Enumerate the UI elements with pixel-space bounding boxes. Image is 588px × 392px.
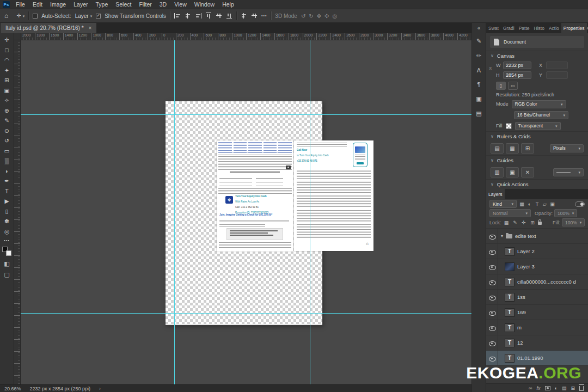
section-canvas[interactable]: ∨ Canvas [486, 51, 588, 60]
distribute-horizontal-icon[interactable] [241, 13, 247, 19]
layer-row[interactable]: TLayer 2 [486, 244, 588, 259]
home-icon[interactable]: ⌂ [4, 13, 8, 19]
auto-select-target-select[interactable]: Layer ▾ [75, 13, 93, 19]
layer-thumbnail[interactable]: T [505, 354, 514, 363]
layer-row[interactable]: Tm [486, 320, 588, 335]
toggle-snap-button[interactable]: ⊞ [521, 143, 534, 154]
align-bottom-icon[interactable] [226, 13, 232, 19]
section-rulers-grids[interactable]: ∨ Rulers & Grids [486, 131, 588, 141]
visibility-toggle[interactable] [486, 259, 498, 274]
tab-properties[interactable]: Properties [561, 23, 587, 33]
paragraph-panel-icon[interactable]: ¶ [477, 81, 481, 88]
background-color-swatch[interactable] [6, 250, 11, 256]
menu-view[interactable]: View [170, 0, 191, 9]
lock-transparency-icon[interactable]: ▦ [503, 220, 510, 225]
object-selection-tool[interactable]: ✦ [2, 66, 12, 74]
frame-tool[interactable]: ▣ [2, 87, 12, 94]
menu-type[interactable]: Type [91, 0, 112, 9]
guide-horizontal[interactable] [21, 114, 471, 115]
rectangular-marquee-tool[interactable]: □ [2, 46, 12, 54]
visibility-toggle[interactable] [486, 320, 498, 335]
new-layer-icon[interactable]: ⊞ [571, 385, 575, 391]
guide-vertical[interactable] [174, 40, 175, 384]
lock-pixels-icon[interactable]: ✎ [512, 220, 519, 225]
filter-shape-layers-icon[interactable]: ▱ [541, 201, 548, 207]
move-tool[interactable]: ✛ [2, 36, 12, 44]
tab-actio[interactable]: Actio [547, 23, 561, 33]
filter-type-layers-icon[interactable]: T [534, 201, 541, 207]
align-right-icon[interactable] [195, 13, 201, 19]
canvas-area[interactable]: ❖ Turn Your Equity Into Cash With Rates … [21, 40, 471, 384]
tab-swat[interactable]: Swat [486, 23, 501, 33]
layer-row[interactable]: T12 [486, 335, 588, 351]
layer-thumbnail[interactable]: T [505, 323, 514, 332]
tab-patte[interactable]: Patte [517, 23, 532, 33]
visibility-toggle[interactable] [486, 229, 498, 243]
screen-mode-icon[interactable]: ▢ [4, 271, 9, 278]
align-left-icon[interactable] [174, 13, 181, 19]
lock-nesting-icon[interactable]: ⊞ [529, 220, 536, 225]
adjustment-layer-icon[interactable]: ◐ [555, 385, 558, 391]
visibility-toggle[interactable] [486, 335, 498, 350]
scale-3d-icon[interactable]: ◎ [333, 13, 338, 19]
guide-layout-button[interactable]: ▣ [506, 167, 519, 177]
layer-effects-icon[interactable]: fx [536, 385, 540, 391]
type-tool[interactable]: T [2, 187, 12, 195]
distribute-vertical-icon[interactable] [252, 13, 257, 19]
brush-tool[interactable]: ✎ [2, 117, 12, 124]
canvas-fill-select[interactable]: Transparent ▾ [515, 122, 561, 130]
layer-thumbnail[interactable]: T [505, 339, 514, 347]
layer-thumbnail[interactable]: T [505, 293, 514, 302]
layer-row[interactable]: Tcilla0000000...ccccccc0 d [486, 274, 588, 290]
blur-tool[interactable]: ◗ [2, 167, 12, 175]
delete-layer-icon[interactable] [579, 386, 584, 391]
visibility-toggle[interactable] [486, 305, 498, 320]
landscape-orientation-button[interactable]: ▭ [508, 82, 518, 90]
section-guides[interactable]: ∨ Guides [486, 155, 588, 165]
menu-3d[interactable]: 3D [156, 0, 170, 9]
color-mode-select[interactable]: RGB Color ▾ [512, 100, 566, 108]
link-layers-icon[interactable]: ∞ [529, 385, 532, 391]
document-tab[interactable]: Italy id.psd @ 20.7% (RGB/16) * × [1, 23, 96, 33]
tab-histo[interactable]: Histo [532, 23, 547, 33]
layer-row[interactable]: T1ss [486, 290, 588, 305]
chevron-down-icon[interactable]: ▾ [501, 234, 503, 238]
rectangle-tool[interactable]: ▯ [2, 207, 12, 215]
menu-layer[interactable]: Layer [70, 0, 91, 9]
new-group-icon[interactable]: ▤ [562, 385, 567, 391]
guide-vertical[interactable] [310, 40, 310, 384]
blend-mode-select[interactable]: Normal ▾ [489, 209, 531, 217]
layer-thumbnail[interactable] [505, 262, 514, 271]
lasso-tool[interactable]: ◠ [2, 56, 12, 64]
opacity-select[interactable]: 100% ▾ [554, 209, 577, 217]
visibility-toggle[interactable] [486, 351, 498, 365]
hand-tool[interactable]: ✽ [2, 217, 12, 225]
layer-row[interactable]: Layer 3 [486, 259, 588, 274]
properties-target-row[interactable]: Document [490, 36, 584, 48]
tab-gradi[interactable]: Gradi [501, 23, 517, 33]
show-transform-checkbox[interactable]: ✓ [96, 14, 101, 19]
spot-healing-tool[interactable]: ⊕ [2, 107, 12, 114]
bit-depth-select[interactable]: 16 Bits/Channel ▾ [514, 111, 568, 119]
ruler-horizontal[interactable]: 2000180016001400120010008006004002000200… [21, 33, 471, 40]
filter-kind-select[interactable]: Kind ▾ [489, 200, 517, 208]
lock-position-icon[interactable]: ✛ [520, 220, 528, 225]
tool-preset-button[interactable]: ✛ ▾ [16, 13, 24, 19]
character-panel-icon[interactable]: A [477, 67, 481, 74]
path-selection-tool[interactable]: ▶ [2, 197, 12, 205]
menu-select[interactable]: Select [112, 0, 135, 9]
zoom-tool[interactable]: ◎ [2, 228, 12, 235]
expand-panels-icon[interactable]: « [477, 25, 481, 31]
menu-image[interactable]: Image [46, 0, 70, 9]
fill-select[interactable]: 100% ▾ [562, 218, 585, 226]
brushes-panel-icon[interactable]: ✏ [476, 52, 481, 59]
pen-tool[interactable]: ✒ [2, 177, 12, 185]
more-options-icon[interactable]: ••• [261, 13, 267, 19]
align-center-vertical-icon[interactable] [216, 13, 222, 19]
link-dimensions-icon[interactable]: ∞ [488, 67, 493, 70]
edit-toolbar-icon[interactable]: ••• [4, 238, 9, 242]
zoom-level[interactable]: 20.66% [4, 386, 21, 391]
color-swatches[interactable] [2, 247, 11, 256]
menu-help[interactable]: Help [218, 0, 238, 9]
layer-thumbnail[interactable]: T [505, 278, 514, 286]
